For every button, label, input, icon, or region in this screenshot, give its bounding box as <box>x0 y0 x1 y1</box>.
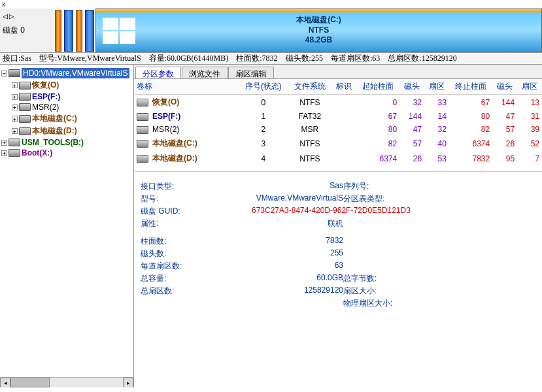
val-cap: 60.0GB <box>199 273 343 284</box>
row-esec: 7 <box>517 151 542 166</box>
hdd-icon <box>8 69 20 77</box>
nav-forward-icon[interactable]: ▷ <box>9 11 14 21</box>
row-ssec: 33 <box>424 95 449 110</box>
col-esec[interactable]: 扇区 <box>517 79 542 95</box>
row-ecyl: 7832 <box>449 151 492 166</box>
drive-icon <box>137 113 148 121</box>
table-row[interactable]: MSR(2)2MSR804732825739 <box>134 123 542 136</box>
info-model: 型号:VMware,VMwareVirtualS <box>39 53 141 64</box>
col-ecyl[interactable]: 终止柱面 <box>449 79 492 95</box>
expand-icon[interactable]: + <box>12 94 18 100</box>
row-esec: 52 <box>517 136 542 151</box>
disk-tree[interactable]: − HD0:VMware,VMwareVirtualS +恢复(O)+ESP(F… <box>0 65 134 387</box>
row-ecyl: 6374 <box>449 136 492 151</box>
tab-partition-params[interactable]: 分区参数 <box>135 67 181 78</box>
expand-icon[interactable]: + <box>12 128 18 134</box>
row-shead: 57 <box>399 136 424 151</box>
expand-icon[interactable]: + <box>12 105 18 110</box>
tree-label: 恢复(O) <box>32 80 59 91</box>
col-fs[interactable]: 文件系统 <box>288 79 331 95</box>
tree-root[interactable]: − HD0:VMware,VMwareVirtualS <box>1 67 132 79</box>
tree-partition[interactable]: +ESP(F:) <box>1 91 132 102</box>
lbl-secsize: 扇区大小: <box>343 286 409 297</box>
table-row[interactable]: 恢复(O)0NTFS032336714413 <box>134 95 542 110</box>
tree-h-scrollbar[interactable]: ◂ ▸ <box>0 377 133 387</box>
partition-bar[interactable] <box>55 10 61 52</box>
scroll-thumb[interactable] <box>10 378 50 387</box>
tree-partition[interactable]: +本地磁盘(C:) <box>1 112 132 125</box>
table-row[interactable]: 本地磁盘(D:)4NTFS637426537832957 <box>134 151 542 166</box>
tree-label: 本地磁盘(C:) <box>32 113 77 124</box>
disk-info-bar: 接口:Sas 型号:VMware,VMwareVirtualS 容量:60.0G… <box>0 53 542 65</box>
tab-browse-files[interactable]: 浏览文件 <box>182 67 228 78</box>
lbl-pttype: 分区表类型: <box>343 193 409 204</box>
tree-partition[interactable]: +MSR(2) <box>1 102 132 112</box>
row-ecyl: 80 <box>449 110 492 123</box>
row-seq: 1 <box>239 110 288 123</box>
scroll-right-icon[interactable]: ▸ <box>123 378 133 387</box>
tree-partition[interactable]: +本地磁盘(D:) <box>1 125 132 137</box>
row-ssec: 53 <box>424 151 449 166</box>
col-ssec[interactable]: 扇区 <box>424 79 449 95</box>
lbl-serial: 序列号: <box>343 181 409 192</box>
table-row[interactable]: ESP(F:)1FAT326714414804731 <box>134 110 542 123</box>
table-row[interactable]: 本地磁盘(C:)3NTFS82574063742652 <box>134 136 542 151</box>
banner-size: 48.2GB <box>96 35 541 46</box>
expand-icon[interactable]: + <box>1 150 7 156</box>
top-toolbar: ◁ ▷ 磁盘 0 本地磁盘(C:) NTFS 48.2GB <box>0 8 542 53</box>
col-shead[interactable]: 磁头 <box>399 79 424 95</box>
row-ssec: 40 <box>424 136 449 151</box>
partition-bar[interactable] <box>85 10 94 52</box>
scroll-left-icon[interactable]: ◂ <box>0 378 10 387</box>
partition-bar[interactable] <box>64 10 73 52</box>
expand-icon[interactable]: + <box>1 140 7 146</box>
col-scyl[interactable]: 起始柱面 <box>356 79 399 95</box>
tab-sector-edit[interactable]: 扇区编辑 <box>228 67 274 78</box>
row-name: 本地磁盘(C:) <box>152 139 197 148</box>
row-fs: MSR <box>288 123 331 136</box>
col-seq[interactable]: 序号(状态) <box>239 79 288 95</box>
tree-partition[interactable]: +恢复(O) <box>1 79 132 91</box>
row-flag <box>331 151 356 166</box>
selected-partition-banner[interactable]: 本地磁盘(C:) NTFS 48.2GB <box>95 8 542 52</box>
tree-usm[interactable]: + USM_TOOLS(B:) <box>1 137 132 148</box>
info-cylinders: 柱面数:7832 <box>236 53 277 64</box>
disk-overview-bars[interactable] <box>54 8 95 53</box>
row-esec: 31 <box>517 110 542 123</box>
drive-icon <box>19 82 31 90</box>
disk-detail-panel: 接口类型:Sas序列号: 型号:VMware,VMwareVirtualS分区表… <box>134 177 542 313</box>
expand-icon[interactable]: + <box>12 116 18 122</box>
row-flag <box>331 110 356 123</box>
collapse-icon[interactable]: − <box>1 71 7 76</box>
row-scyl: 80 <box>356 123 399 136</box>
partition-table[interactable]: 卷标 序号(状态) 文件系统 标识 起始柱面 磁头 扇区 终止柱面 磁头 扇区 … <box>134 79 542 166</box>
close-x[interactable]: x <box>0 0 542 8</box>
lbl-heads: 磁头数: <box>141 248 199 259</box>
lbl-physec: 物理扇区大小: <box>343 298 409 309</box>
lbl-cap: 总容量: <box>141 273 199 284</box>
info-capacity: 容量:60.0GB(61440MB) <box>149 53 229 64</box>
expand-icon[interactable]: + <box>12 82 18 88</box>
col-ehead[interactable]: 磁头 <box>492 79 517 95</box>
row-fs: NTFS <box>288 136 331 151</box>
lbl-spt: 每道扇区数: <box>141 261 199 272</box>
row-fs: NTFS <box>288 151 331 166</box>
val-interface: Sas <box>199 181 343 192</box>
info-sectors: 总扇区数:125829120 <box>388 53 456 64</box>
lbl-cyl: 柱面数: <box>141 236 199 247</box>
row-seq: 3 <box>239 136 288 151</box>
row-name: 本地磁盘(D:) <box>152 154 197 163</box>
tree-boot[interactable]: + Boot(X:) <box>1 148 132 158</box>
col-flag[interactable]: 标识 <box>331 79 356 95</box>
val-cyl: 7832 <box>199 236 343 247</box>
lbl-guid: 磁盘 GUID: <box>141 206 199 217</box>
partition-bar[interactable] <box>76 10 82 52</box>
row-shead: 144 <box>399 110 424 123</box>
nav-back-icon[interactable]: ◁ <box>3 11 8 21</box>
row-fs: NTFS <box>288 95 331 110</box>
row-name: MSR(2) <box>152 125 179 134</box>
val-totsec: 125829120 <box>199 286 343 297</box>
col-label[interactable]: 卷标 <box>134 79 239 95</box>
row-scyl: 82 <box>356 136 399 151</box>
tree-label: ESP(F:) <box>32 92 60 101</box>
